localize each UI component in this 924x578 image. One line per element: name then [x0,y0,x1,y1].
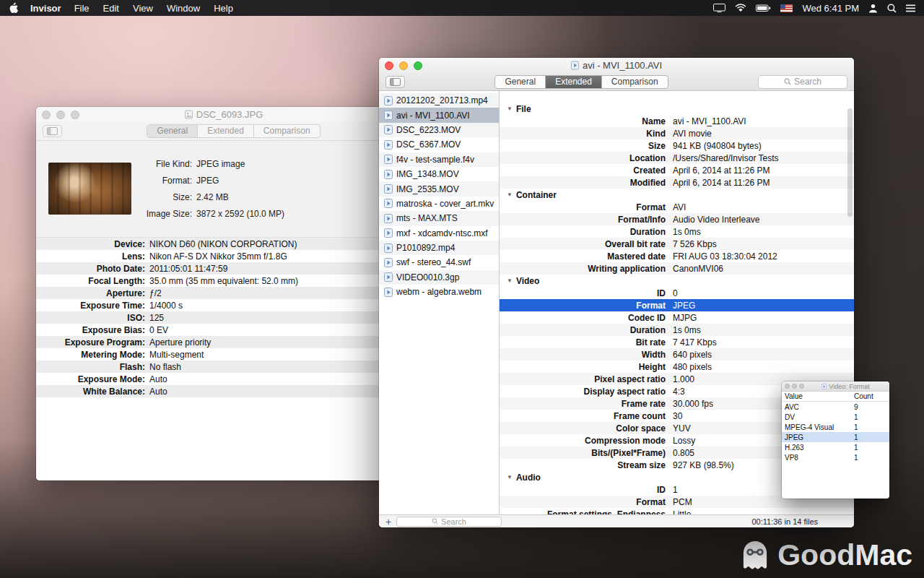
count-column-header[interactable]: Count [854,392,889,400]
file-list-item[interactable]: DSC_6367.MOV [379,137,499,152]
tab-extended[interactable]: Extended [546,76,602,88]
close-button[interactable] [42,111,51,119]
detail-row[interactable]: Duration1s 0ms [500,324,854,336]
minimize-button[interactable] [56,111,65,119]
exif-row[interactable]: Aperture:ƒ/2 [36,287,411,299]
exif-row[interactable]: Flash:No flash [36,361,411,373]
menu-help[interactable]: Help [214,3,233,14]
summary-list: File Kind:JPEG imageFormat:JPEGSize:2.42… [137,155,284,222]
tab-comparison[interactable]: Comparison [254,125,320,137]
file-list-item[interactable]: P1010892.mp4 [379,241,499,255]
spotlight-search-icon[interactable] [887,4,897,13]
detail-row[interactable]: ID0 [500,287,854,299]
file-list-item[interactable]: matroska - cover_art.mkv [379,197,499,211]
minimize-button[interactable] [792,384,797,389]
value-column-header[interactable]: Value [782,392,854,400]
apple-menu[interactable] [9,2,19,14]
menu-view[interactable]: View [133,3,153,14]
exif-row[interactable]: Device:NIKON D60 (NIKON CORPORATION) [36,238,411,250]
detail-row[interactable]: FormatAVI [500,201,854,213]
movie-file-icon [384,184,393,194]
format-stat-row[interactable]: JPEG1 [782,432,889,442]
movie-file-icon [384,258,393,267]
exif-row[interactable]: Focal Length:35.0 mm (35 mm equivalent: … [36,275,411,287]
detail-row[interactable]: Codec IDMJPG [500,311,854,324]
detail-row[interactable]: Nameavi - MVI_1100.AVI [500,115,854,127]
menu-edit[interactable]: Edit [103,3,119,14]
detail-row[interactable]: Height480 pixels [500,361,854,373]
section-header-container[interactable]: ▼Container [500,189,854,201]
battery-icon[interactable] [756,4,771,12]
display-mirroring-icon[interactable] [713,4,725,12]
statusbar-search-input[interactable]: Search [396,517,502,527]
toolbar-search-input[interactable]: Search [758,75,847,89]
file-list-item[interactable]: avi - MVI_1100.AVI [379,108,499,122]
detail-row[interactable]: Writing applicationCanonMVI06 [500,262,854,275]
detail-row[interactable]: Location/Users/Shared/Invisor Tests [500,152,854,164]
file-list-item[interactable]: mxf - xdcamdv-ntsc.mxf [379,226,499,241]
detail-row[interactable]: Format/InfoAudio Video Interleave [500,213,854,225]
zoom-button[interactable] [799,384,804,389]
detail-row[interactable]: Width640 pixels [500,348,854,361]
movie-file-icon [384,214,393,223]
exif-row[interactable]: ISO:125 [36,311,411,324]
panel-titlebar[interactable]: Video: Format [782,381,889,392]
detail-row[interactable]: Mastered dateFRI AUG 03 18:30:04 2012 [500,250,854,262]
front-window-titlebar[interactable]: avi - MVI_1100.AVI [379,58,854,73]
menubar-app-name[interactable]: Invisor [30,3,61,14]
menu-window[interactable]: Window [167,3,200,14]
exif-row[interactable]: White Balance:Auto [36,385,411,397]
detail-row[interactable]: ModifiedApril 6, 2014 at 11:26 PM [500,176,854,189]
zoom-button[interactable] [414,61,422,70]
user-icon[interactable] [868,4,878,13]
exif-row[interactable]: Exposure Program:Aperture priority [36,336,411,348]
sidebar-toggle-button[interactable] [43,125,62,137]
format-stat-row[interactable]: VP81 [782,452,889,462]
format-stat-row[interactable]: AVC9 [782,402,889,412]
detail-row[interactable]: Duration1s 0ms [500,225,854,238]
format-stat-row[interactable]: H.2631 [782,442,889,452]
tab-extended[interactable]: Extended [198,125,254,137]
file-list-item[interactable]: IMG_1348.MOV [379,167,499,181]
notification-center-icon[interactable] [906,4,915,12]
exif-row[interactable]: Exposure Mode:Auto [36,373,411,385]
exif-row[interactable]: Exposure Time:1/4000 s [36,299,411,311]
menubar-clock[interactable]: Wed 6:41 PM [802,3,859,14]
file-list-item[interactable]: webm - algebra.webm [379,285,499,299]
exif-row[interactable]: Photo Date:2011:05:01 11:47:59 [36,262,411,275]
detail-row[interactable]: Size941 KB (940804 bytes) [500,139,854,152]
close-button[interactable] [785,384,790,389]
minimize-button[interactable] [399,61,408,70]
wifi-icon[interactable] [735,4,746,12]
tab-comparison[interactable]: Comparison [602,76,668,88]
close-button[interactable] [385,61,393,70]
detail-row[interactable]: Bit rate7 417 Kbps [500,336,854,348]
exif-row[interactable]: Exposure Bias:0 EV [36,324,411,336]
file-list-item[interactable]: DSC_6223.MOV [379,123,499,137]
detail-row[interactable]: CreatedApril 6, 2014 at 11:26 PM [500,164,854,176]
exif-row[interactable]: Metering Mode:Multi-segment [36,348,411,361]
detail-row[interactable]: Format settings, EndiannessLittle [500,508,854,514]
detail-row[interactable]: KindAVI movie [500,127,854,139]
file-list-item[interactable]: f4v - test-sample.f4v [379,152,499,167]
section-header-file[interactable]: ▼File [500,103,854,115]
menu-file[interactable]: File [74,3,90,14]
file-list-item[interactable]: 20121202_201713.mp4 [379,93,499,108]
file-list-item[interactable]: mts - MAX.MTS [379,211,499,225]
format-stat-row[interactable]: MPEG-4 Visual1 [782,422,889,432]
format-stat-row[interactable]: DV1 [782,412,889,422]
sidebar-toggle-button[interactable] [385,76,405,88]
file-list-item[interactable]: IMG_2535.MOV [379,181,499,196]
detail-row[interactable]: Overall bit rate7 526 Kbps [500,238,854,250]
back-window-titlebar[interactable]: DSC_6093.JPG [36,107,411,122]
tab-general[interactable]: General [147,125,198,137]
add-file-button[interactable]: + [383,517,393,527]
file-list-item[interactable]: swf - stereo_44.swf [379,255,499,269]
exif-row[interactable]: Lens:Nikon AF-S DX Nikkor 35mm f/1.8G [36,250,411,262]
file-list-item[interactable]: VIDEO0010.3gp [379,270,499,285]
zoom-button[interactable] [71,111,79,119]
section-header-video[interactable]: ▼Video [500,275,854,287]
us-flag-icon[interactable] [780,4,793,12]
tab-general[interactable]: General [495,76,546,88]
detail-row[interactable]: FormatJPEG [500,299,854,311]
